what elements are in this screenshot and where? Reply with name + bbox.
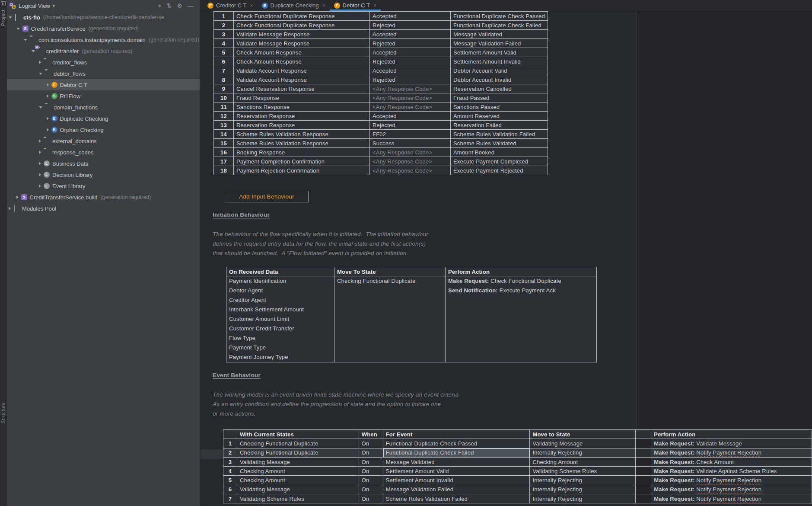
view-selector[interactable]: Logical View	[19, 3, 50, 9]
response-code-cell[interactable]: <Any Response Code>	[370, 84, 451, 93]
sidebar-item-duplicate-checking[interactable]: EDuplicate Checking	[7, 113, 200, 124]
chevron-collapsed-icon[interactable]	[47, 94, 49, 98]
tab-creditor-c-t[interactable]: FCreditor C T×	[203, 0, 258, 11]
chevron-collapsed-icon[interactable]	[39, 61, 41, 64]
chevron-collapsed-icon[interactable]	[47, 128, 49, 131]
chevron-collapsed-icon[interactable]	[39, 139, 41, 143]
current-state-cell[interactable]: Checking Amount	[237, 476, 359, 485]
response-code-cell[interactable]: FF02	[370, 130, 451, 139]
move-to-state-cell[interactable]: Internally Rejecting	[530, 494, 636, 503]
response-code-cell[interactable]: <Any Response Code>	[370, 148, 451, 157]
current-state-cell[interactable]: Checking Amount	[237, 467, 359, 476]
result-event-cell[interactable]: Scheme Rules Validation Failed	[451, 130, 548, 139]
result-event-cell[interactable]: Scheme Rules Validated	[451, 139, 548, 148]
sidebar-item-debtor-flows[interactable]: debtor_flows	[7, 68, 200, 79]
result-event-cell[interactable]: Settlement Amount Valid	[451, 48, 548, 57]
sidebar-item-credittransferservice[interactable]: SCreditTransferService(generation requir…	[7, 23, 200, 34]
result-event-cell[interactable]: Debtor Account Valid	[451, 66, 548, 75]
response-name-cell[interactable]: Validate Message Response	[234, 39, 370, 48]
sidebar-item-rt1flow[interactable]: SRt1Flow	[7, 90, 200, 102]
tab-duplicate-checking[interactable]: EDuplicate Checking×	[258, 0, 330, 11]
when-cell[interactable]: On	[359, 439, 383, 448]
chevron-expanded-icon[interactable]	[39, 73, 42, 75]
result-event-cell[interactable]: Sanctions Passed	[451, 102, 548, 112]
result-event-cell[interactable]: Reservation Failed	[451, 121, 548, 130]
response-name-cell[interactable]: Check Functional Duplicate Response	[234, 21, 370, 30]
project-tool-icon[interactable]	[1, 1, 6, 6]
sidebar-item-business-data[interactable]: LBusiness Data	[7, 158, 200, 169]
response-code-cell[interactable]: <Any Response Code>	[370, 157, 451, 166]
for-event-cell[interactable]: Settlement Amount Valid	[383, 467, 530, 476]
response-code-cell[interactable]: Rejected	[370, 75, 451, 84]
response-name-cell[interactable]: Sanctions Response	[234, 102, 370, 112]
response-name-cell[interactable]: Validate Account Response	[234, 75, 370, 84]
close-icon[interactable]: ×	[250, 3, 253, 9]
response-name-cell[interactable]: Validate Message Response	[234, 30, 370, 39]
result-event-cell[interactable]: Amount Reserved	[451, 112, 548, 121]
sidebar-item-cts-flo[interactable]: cts-flo(/home/tomb/repos/sample-client/c…	[7, 12, 200, 23]
sidebar-item-response-codes[interactable]: response_codes	[7, 147, 200, 158]
chevron-expanded-icon[interactable]	[39, 106, 42, 109]
sidebar-item-creditor-flows[interactable]: creditor_flows	[7, 57, 200, 68]
response-name-cell[interactable]: Fraud Response	[234, 93, 370, 102]
when-cell[interactable]: On	[359, 476, 383, 485]
received-data-cell[interactable]: Payment IdentificationDebtor AgentCredit…	[226, 276, 334, 362]
for-event-cell[interactable]: Settlement Amount Invalid	[383, 476, 530, 485]
move-to-state-cell[interactable]: Checking Functional Duplicate	[334, 276, 446, 362]
for-event-cell[interactable]: Message Validation Failed	[383, 485, 530, 494]
chevron-collapsed-icon[interactable]	[16, 195, 19, 199]
close-icon[interactable]: ×	[373, 3, 376, 9]
result-event-cell[interactable]: Debtor Account Invalid	[451, 75, 548, 84]
sidebar-item-event-library[interactable]: LEvent Library	[7, 180, 200, 192]
add-input-behaviour-button[interactable]: Add Input Behaviour	[225, 191, 309, 202]
perform-action-cell[interactable]: Make Request: Check Functional Duplicate…	[446, 276, 597, 362]
for-event-cell[interactable]: Message Validated	[383, 457, 530, 466]
response-code-cell[interactable]: Accepted	[370, 48, 451, 57]
move-to-state-cell[interactable]: Internally Rejecting	[530, 476, 636, 485]
chevron-down-icon[interactable]: ▾	[53, 3, 55, 8]
chevron-collapsed-icon[interactable]	[9, 207, 11, 210]
perform-action-cell[interactable]: Make Request: Notify Payment Rejection	[651, 485, 812, 494]
chevron-expanded-icon[interactable]	[16, 28, 20, 30]
result-event-cell[interactable]: Message Validated	[451, 30, 548, 39]
perform-action-cell[interactable]: Make Request: Notify Payment Rejection	[651, 494, 812, 503]
response-code-cell[interactable]: Accepted	[370, 112, 451, 121]
collapse-all-icon[interactable]: ⇅	[167, 3, 172, 9]
response-name-cell[interactable]: Check Functional Duplicate Response	[234, 12, 370, 21]
response-name-cell[interactable]: Check Amount Response	[234, 48, 370, 57]
result-event-cell[interactable]: Execute Payment Rejected	[451, 166, 548, 175]
response-code-cell[interactable]: <Any Response Code>	[370, 93, 451, 102]
current-state-cell[interactable]: Validating Message	[237, 457, 359, 466]
response-name-cell[interactable]: Payment Rejection Confirmation	[234, 166, 370, 175]
response-name-cell[interactable]: Booking Response	[234, 148, 370, 157]
response-name-cell[interactable]: Scheme Rules Validation Response	[234, 130, 370, 139]
when-cell[interactable]: On	[359, 467, 383, 476]
response-name-cell[interactable]: Cancel Reservation Response	[234, 84, 370, 93]
sidebar-item-credittransfer[interactable]: credittransfer(generation required)	[7, 45, 200, 57]
result-event-cell[interactable]: Message Validation Failed	[451, 39, 548, 48]
current-state-cell[interactable]: Checking Functional Duplicate	[237, 448, 359, 457]
sidebar-item-modules-pool[interactable]: Modules Pool	[7, 203, 200, 214]
sidebar-item-com-iconsolutions-instantpayments-domain[interactable]: com.iconsolutions.instantpayments.domain…	[7, 34, 200, 45]
response-code-cell[interactable]: Rejected	[370, 121, 451, 130]
chevron-expanded-icon[interactable]	[24, 39, 27, 41]
result-event-cell[interactable]: Amount Booked	[451, 148, 548, 157]
sidebar-item-domain-functions[interactable]: domain_functions	[7, 102, 200, 113]
project-strip-label[interactable]: Project	[0, 10, 6, 26]
hide-icon[interactable]: —	[188, 3, 194, 9]
settings-icon[interactable]: ⚙	[177, 3, 182, 9]
response-name-cell[interactable]: Validate Account Response	[234, 66, 370, 75]
response-code-cell[interactable]: Success	[370, 139, 451, 148]
response-name-cell[interactable]: Scheme Rules Validation Response	[234, 139, 370, 148]
response-code-cell[interactable]: Rejected	[370, 21, 451, 30]
sidebar-item-decision-library[interactable]: LDecision Library	[7, 169, 200, 180]
result-event-cell[interactable]: Functional Duplicate Check Failed	[451, 21, 548, 30]
response-code-cell[interactable]: Accepted	[370, 30, 451, 39]
move-to-state-cell[interactable]: Validating Message	[530, 439, 636, 448]
perform-action-cell[interactable]: Make Request: Validate Against Scheme Ru…	[651, 467, 812, 476]
when-cell[interactable]: On	[359, 457, 383, 466]
move-to-state-cell[interactable]: Checking Amount	[530, 457, 636, 466]
response-code-cell[interactable]: Rejected	[370, 39, 451, 48]
chevron-collapsed-icon[interactable]	[47, 83, 49, 86]
result-event-cell[interactable]: Fraud Passed	[451, 93, 548, 102]
